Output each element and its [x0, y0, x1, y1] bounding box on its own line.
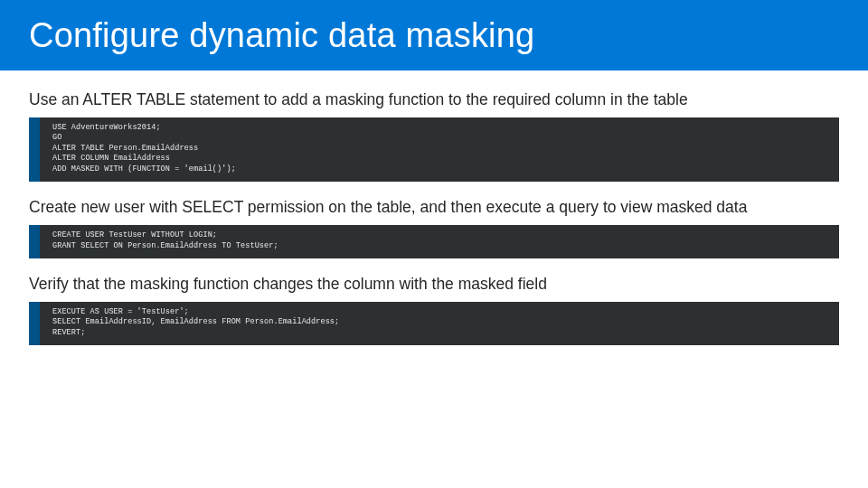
- slide-content: Use an ALTER TABLE statement to add a ma…: [0, 70, 868, 345]
- code-block-1: USE AdventureWorks2014; GO ALTER TABLE P…: [29, 117, 839, 182]
- step-description-1: Use an ALTER TABLE statement to add a ma…: [29, 90, 839, 110]
- slide-title: Configure dynamic data masking: [29, 16, 534, 55]
- code-block-3: EXECUTE AS USER = 'TestUser'; SELECT Ema…: [29, 302, 839, 345]
- code-accent-bar: [29, 225, 40, 258]
- code-body-1: USE AdventureWorks2014; GO ALTER TABLE P…: [40, 117, 839, 182]
- slide-header: Configure dynamic data masking: [0, 0, 868, 70]
- code-accent-bar: [29, 302, 40, 345]
- code-body-3: EXECUTE AS USER = 'TestUser'; SELECT Ema…: [40, 302, 839, 345]
- code-block-2: CREATE USER TestUser WITHOUT LOGIN; GRAN…: [29, 225, 839, 258]
- step-description-3: Verify that the masking function changes…: [29, 275, 839, 295]
- code-accent-bar: [29, 117, 40, 182]
- code-body-2: CREATE USER TestUser WITHOUT LOGIN; GRAN…: [40, 225, 839, 258]
- step-description-2: Create new user with SELECT permission o…: [29, 198, 839, 218]
